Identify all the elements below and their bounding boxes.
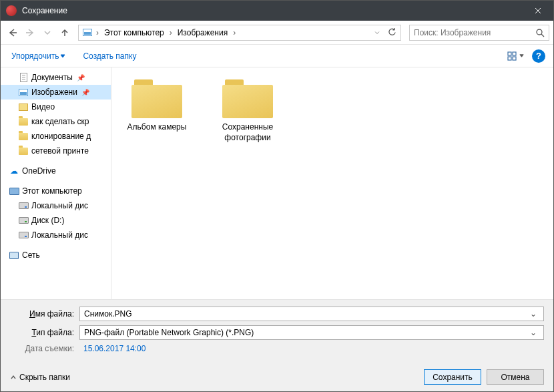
view-icon bbox=[507, 51, 518, 61]
svg-point-0 bbox=[537, 29, 542, 35]
pin-icon: 📌 bbox=[77, 74, 85, 81]
folder-icon bbox=[18, 146, 29, 156]
tree-documents[interactable]: Документы📌 bbox=[1, 70, 111, 85]
tree-folder[interactable]: клонирование д bbox=[1, 129, 111, 144]
hide-folders-button[interactable]: Скрыть папки bbox=[10, 373, 70, 382]
tree-drive[interactable]: Диск (D:) bbox=[1, 213, 111, 228]
titlebar: Сохранение bbox=[1, 1, 553, 21]
folder-item[interactable]: Альбом камеры bbox=[123, 79, 190, 133]
svg-rect-2 bbox=[513, 52, 516, 55]
search-icon[interactable] bbox=[535, 28, 545, 37]
forward-button[interactable] bbox=[22, 25, 38, 41]
chevron-right-icon[interactable]: › bbox=[95, 28, 100, 37]
document-icon bbox=[18, 72, 29, 83]
app-icon bbox=[6, 5, 17, 16]
toolbar: Упорядочить Создать папку ? bbox=[1, 45, 553, 67]
pictures-icon bbox=[81, 27, 93, 38]
organize-label: Упорядочить bbox=[11, 51, 59, 61]
date-value[interactable]: 15.06.2017 14:00 bbox=[79, 344, 146, 353]
cancel-button[interactable]: Отмена bbox=[487, 369, 544, 385]
filename-input-wrap[interactable]: ⌄ bbox=[79, 307, 544, 321]
chevron-up-icon bbox=[10, 374, 17, 381]
chevron-right-icon[interactable]: › bbox=[232, 28, 237, 37]
window-title: Сохранение bbox=[22, 6, 523, 15]
footer: Скрыть папки Сохранить Отмена bbox=[1, 365, 553, 391]
save-button[interactable]: Сохранить bbox=[424, 369, 481, 385]
filetype-select[interactable]: PNG-файл (Portable Network Graphic) (*.P… bbox=[79, 325, 544, 340]
date-label: Дата съемки: bbox=[10, 344, 79, 353]
chevron-down-icon bbox=[374, 29, 380, 36]
chevron-down-icon bbox=[519, 53, 524, 58]
tree-onedrive[interactable]: ☁OneDrive bbox=[1, 164, 111, 178]
back-button[interactable] bbox=[5, 25, 21, 41]
filename-input[interactable] bbox=[84, 309, 527, 319]
folder-name: Альбом камеры bbox=[123, 122, 190, 133]
svg-rect-3 bbox=[508, 57, 511, 60]
chevron-down-icon bbox=[60, 53, 65, 59]
filetype-label: Тип файла: bbox=[10, 328, 79, 337]
chevron-down-icon bbox=[43, 28, 52, 37]
close-icon bbox=[535, 7, 541, 14]
tree-folder[interactable]: как сделать скр bbox=[1, 114, 111, 129]
pictures-icon bbox=[18, 87, 29, 97]
arrow-up-icon bbox=[60, 28, 69, 37]
filetype-value: PNG-файл (Portable Network Graphic) (*.P… bbox=[84, 328, 527, 337]
folder-name: Сохраненные фотографии bbox=[214, 122, 281, 143]
breadcrumb-current[interactable]: Изображения bbox=[174, 25, 232, 40]
filename-label: Имя файла: bbox=[10, 309, 79, 319]
refresh-icon bbox=[388, 28, 396, 37]
folder-icon bbox=[18, 102, 29, 112]
folder-icon bbox=[222, 79, 273, 118]
hide-folders-label: Скрыть папки bbox=[19, 373, 70, 382]
tree-drive[interactable]: Локальный дис bbox=[1, 198, 111, 213]
pc-icon bbox=[9, 186, 19, 196]
drive-icon bbox=[18, 215, 29, 226]
file-pane[interactable]: Альбом камеры Сохраненные фотографии bbox=[111, 67, 553, 299]
folder-icon bbox=[18, 131, 29, 142]
organize-button[interactable]: Упорядочить bbox=[9, 49, 68, 63]
content: Документы📌 Изображени📌 Видео как сделать… bbox=[1, 67, 553, 299]
folder-item[interactable]: Сохраненные фотографии bbox=[214, 79, 281, 143]
breadcrumb[interactable]: › Этот компьютер › Изображения › bbox=[78, 25, 401, 41]
breadcrumb-root[interactable]: Этот компьютер bbox=[100, 25, 168, 40]
network-icon bbox=[9, 250, 19, 260]
cloud-icon: ☁ bbox=[9, 166, 19, 176]
svg-rect-4 bbox=[513, 57, 516, 60]
close-button[interactable] bbox=[523, 1, 553, 21]
navigation-tree: Документы📌 Изображени📌 Видео как сделать… bbox=[1, 67, 111, 299]
search-input[interactable] bbox=[414, 28, 535, 37]
new-folder-button[interactable]: Создать папку bbox=[80, 49, 139, 63]
folder-icon bbox=[18, 116, 29, 127]
folder-icon bbox=[131, 79, 182, 118]
tree-folder[interactable]: сетевой принте bbox=[1, 144, 111, 158]
tree-video[interactable]: Видео bbox=[1, 100, 111, 114]
arrow-right-icon bbox=[25, 28, 35, 37]
pin-icon: 📌 bbox=[81, 89, 89, 96]
refresh-button[interactable] bbox=[384, 25, 399, 40]
tree-network[interactable]: Сеть bbox=[1, 248, 111, 262]
chevron-right-icon[interactable]: › bbox=[168, 28, 174, 37]
search-box[interactable] bbox=[409, 25, 549, 41]
new-folder-label: Создать папку bbox=[83, 51, 136, 61]
navbar: › Этот компьютер › Изображения › bbox=[1, 21, 553, 45]
tree-thispc[interactable]: Этот компьютер bbox=[1, 184, 111, 198]
svg-rect-1 bbox=[508, 52, 511, 55]
drive-icon bbox=[18, 230, 29, 240]
chevron-down-icon[interactable]: ⌄ bbox=[527, 309, 539, 319]
breadcrumb-dropdown[interactable] bbox=[370, 25, 384, 40]
view-options-button[interactable] bbox=[507, 51, 524, 61]
up-button[interactable] bbox=[57, 25, 73, 41]
help-button[interactable]: ? bbox=[532, 49, 545, 63]
chevron-down-icon[interactable]: ⌄ bbox=[527, 328, 539, 337]
save-form: Имя файла: ⌄ Тип файла: PNG-файл (Portab… bbox=[1, 299, 553, 365]
tree-drive[interactable]: Локальный дис bbox=[1, 228, 111, 242]
tree-pictures[interactable]: Изображени📌 bbox=[1, 85, 111, 100]
recent-dropdown[interactable] bbox=[39, 25, 55, 41]
drive-icon bbox=[18, 200, 29, 211]
arrow-left-icon bbox=[8, 28, 17, 37]
